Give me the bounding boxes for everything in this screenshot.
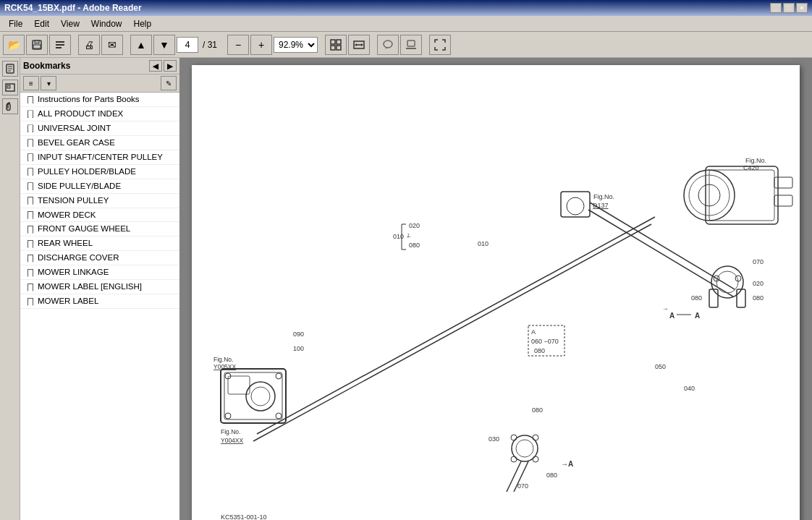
- main-area: Bookmarks ◀ ▶ ≡ ▾ ✎ Instructions for Par…: [0, 58, 812, 520]
- fullscreen-button[interactable]: [429, 35, 451, 55]
- menu-file[interactable]: File: [3, 17, 28, 30]
- zoom-out-button[interactable]: −: [227, 35, 249, 55]
- print-button[interactable]: 🖨: [78, 35, 100, 55]
- bookmark-item-input-shaft[interactable]: INPUT SHAFT/CENTER PULLEY: [20, 150, 179, 165]
- svg-text:080: 080: [534, 347, 545, 354]
- minimize-button[interactable]: _: [770, 3, 782, 13]
- bookmark-item-instructions[interactable]: Instructions for Parts Books: [20, 93, 179, 107]
- pdf-display-area[interactable]: Fig.No. C420 Fig.No. D137 010 020 ↕ 080: [179, 58, 812, 520]
- svg-text:090: 090: [293, 331, 304, 338]
- bookmark-item-discharge-cover[interactable]: DISCHARGE COVER: [20, 251, 179, 265]
- zoom-in-button[interactable]: +: [250, 35, 272, 55]
- page-total: / 31: [200, 40, 220, 50]
- svg-rect-5: [56, 47, 62, 48]
- menu-edit[interactable]: Edit: [28, 17, 55, 30]
- menu-bar: File Edit View Window Help: [0, 16, 812, 32]
- svg-text:080: 080: [409, 242, 420, 249]
- prev-page-button[interactable]: ▲: [130, 35, 152, 55]
- svg-rect-23: [7, 85, 10, 88]
- bookmark-icon: [26, 225, 35, 234]
- bookmark-item-side-pulley[interactable]: SIDE PULLEY/BLADE: [20, 179, 179, 194]
- svg-rect-9: [337, 46, 341, 50]
- svg-text:040: 040: [684, 385, 695, 392]
- svg-rect-6: [331, 40, 335, 44]
- svg-text:Y004XX: Y004XX: [221, 437, 244, 444]
- svg-text:030: 030: [489, 435, 499, 443]
- bookmarks-new[interactable]: ✎: [161, 76, 177, 90]
- menu-window[interactable]: Window: [85, 17, 128, 30]
- bookmark-item-bevel-gear[interactable]: BEVEL GEAR CASE: [20, 136, 179, 150]
- bookmark-item-product-index[interactable]: ALL PRODUCT INDEX: [20, 107, 179, 122]
- bookmark-item-mower-linkage[interactable]: MOWER LINKAGE: [20, 265, 179, 280]
- bookmark-item-rear-wheel[interactable]: REAR WHEEL: [20, 236, 179, 251]
- svg-marker-12: [355, 43, 357, 46]
- maximize-button[interactable]: □: [783, 3, 795, 13]
- bookmark-icon: [26, 197, 35, 205]
- bookmarks-list-view[interactable]: ≡: [23, 76, 39, 90]
- page-input[interactable]: [177, 37, 198, 53]
- next-page-button[interactable]: ▼: [153, 35, 175, 55]
- svg-point-14: [384, 41, 392, 48]
- bookmark-icon: [26, 211, 35, 220]
- bookmark-item-mower-label-en[interactable]: MOWER LABEL [ENGLISH]: [20, 280, 179, 294]
- bookmark-icon: [26, 124, 35, 133]
- bookmark-icon: [26, 268, 35, 277]
- svg-text:020: 020: [409, 222, 420, 229]
- open-button[interactable]: 📂: [3, 35, 25, 55]
- svg-marker-13: [361, 43, 363, 46]
- bookmark-item-mower-deck[interactable]: MOWER DECK: [20, 208, 179, 223]
- svg-rect-8: [331, 46, 335, 50]
- svg-rect-16: [407, 41, 415, 46]
- bookmark-icon: [26, 110, 35, 119]
- bookmark-icon: [26, 168, 35, 176]
- svg-text:→A: →A: [561, 460, 573, 468]
- menu-help[interactable]: Help: [128, 17, 158, 30]
- bookmark-icon: [26, 153, 35, 162]
- window-controls[interactable]: _ □ ×: [770, 3, 808, 13]
- zoom-select[interactable]: 92.9% 50% 75% 100% 125%: [274, 37, 318, 53]
- svg-text:080: 080: [532, 406, 543, 414]
- bookmark-item-tension-pulley[interactable]: TENSION PULLEY: [20, 194, 179, 208]
- svg-text:100: 100: [293, 345, 304, 352]
- svg-text:010 ←: 010 ←: [393, 233, 413, 240]
- bookmark-item-mower-label[interactable]: MOWER LABEL: [20, 294, 179, 309]
- bookmarks-panel: Bookmarks ◀ ▶ ≡ ▾ ✎ Instructions for Par…: [20, 58, 179, 520]
- properties-button[interactable]: [49, 35, 71, 55]
- sidebar-icon-attachments[interactable]: [2, 98, 18, 114]
- svg-text:Fig.No.: Fig.No.: [593, 193, 614, 200]
- bookmark-icon: [26, 297, 35, 306]
- svg-text:Fig.No.: Fig.No.: [221, 428, 240, 435]
- svg-text:C420: C420: [743, 164, 759, 171]
- svg-text:070: 070: [517, 482, 528, 490]
- stamp-button[interactable]: [400, 35, 422, 55]
- menu-view[interactable]: View: [55, 17, 85, 30]
- sidebar-icon-pages[interactable]: [2, 80, 18, 95]
- svg-rect-1: [35, 41, 39, 43]
- svg-text:080: 080: [753, 294, 764, 302]
- bookmarks-expand-button[interactable]: ▶: [164, 60, 177, 72]
- bookmark-item-pulley-holder[interactable]: PULLEY HOLDER/BLADE: [20, 165, 179, 179]
- bookmark-icon: [26, 239, 35, 248]
- bookmark-icon: [26, 283, 35, 291]
- toolbar: 📂 🖨 ✉ ▲ ▼ / 31 − + 92.9% 50% 75% 100% 12…: [0, 32, 812, 58]
- bookmark-icon: [26, 139, 35, 148]
- bookmarks-collapse-button[interactable]: ◀: [149, 60, 162, 72]
- bookmarks-header: Bookmarks ◀ ▶: [20, 58, 179, 74]
- bookmarks-dropdown[interactable]: ▾: [41, 76, 56, 90]
- svg-text:010: 010: [478, 240, 489, 247]
- close-button[interactable]: ×: [796, 3, 808, 13]
- bookmark-item-front-gauge[interactable]: FRONT GAUGE WHEEL: [20, 222, 179, 236]
- email-button[interactable]: ✉: [101, 35, 123, 55]
- svg-text:A: A: [531, 328, 536, 336]
- comment-button[interactable]: [377, 35, 399, 55]
- save-button[interactable]: [26, 35, 48, 55]
- bookmark-icon: [26, 254, 35, 263]
- sidebar-icon-panel: [0, 58, 20, 520]
- fit-page-button[interactable]: [325, 35, 347, 55]
- bookmarks-toolbar: ≡ ▾ ✎: [20, 74, 179, 93]
- svg-rect-4: [56, 44, 64, 46]
- bookmark-item-universal-joint[interactable]: UNIVERSAL JOINT: [20, 122, 179, 136]
- fit-width-button[interactable]: [348, 35, 370, 55]
- sidebar-icon-bookmarks[interactable]: [2, 61, 18, 77]
- svg-rect-7: [337, 40, 341, 44]
